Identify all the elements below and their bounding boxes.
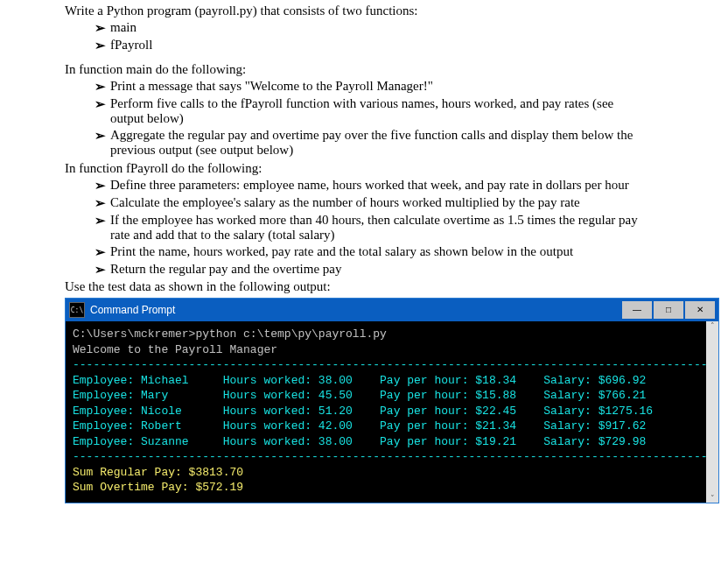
minimize-button[interactable]: — [622, 301, 652, 319]
triangle-bullet-icon: ➢ [94, 38, 110, 53]
divider-line: ----------------------------------------… [73, 357, 711, 373]
close-button[interactable]: ✕ [685, 301, 715, 319]
list-item: ➢Print a message that says "Welcome to t… [94, 79, 648, 95]
scroll-up-icon[interactable]: ˄ [710, 321, 715, 330]
list-item: ➢Return the regular pay and the overtime… [94, 262, 648, 278]
list-item: ➢Print the name, hours worked, pay rate … [94, 244, 648, 260]
welcome-line: Welcome to the Payroll Manager [73, 342, 711, 358]
maximize-icon: □ [666, 306, 671, 314]
employee-table: Employee: Michael Hours worked: 38.00 Pa… [73, 373, 711, 450]
list-item: ➢Aggregate the regular pay and overtime … [94, 128, 648, 158]
cmd-icon: C:\ [69, 302, 85, 318]
minimize-icon: — [633, 306, 641, 314]
triangle-bullet-icon: ➢ [94, 195, 110, 211]
list-item: ➢Define three parameters: employee name,… [94, 178, 648, 194]
terminal-body[interactable]: C:\Users\mckremer>python c:\temp\py\payr… [66, 321, 718, 503]
intro-bullets: ➢main ➢fPayroll [94, 20, 648, 53]
list-item: ➢If the employee has worked more than 40… [94, 213, 648, 243]
close-icon: ✕ [696, 306, 704, 314]
table-row: Employee: Robert Hours worked: 42.00 Pay… [73, 419, 711, 434]
triangle-bullet-icon: ➢ [94, 79, 110, 95]
fpayroll-section-heading: In function fPayroll do the following: [65, 161, 648, 176]
window-titlebar: C:\ Command Prompt — □ ✕ [66, 299, 718, 321]
main-section-heading: In function main do the following: [65, 62, 648, 77]
scrollbar[interactable]: ˄ ˅ [706, 321, 718, 503]
sum-regular-line: Sum Regular Pay: $3813.70 [73, 465, 711, 481]
window-title: Command Prompt [90, 304, 622, 316]
fpayroll-bullets: ➢Define three parameters: employee name,… [94, 178, 648, 278]
triangle-bullet-icon: ➢ [94, 178, 110, 194]
triangle-bullet-icon: ➢ [94, 213, 110, 229]
list-item: ➢Perform five calls to the fPayroll func… [94, 96, 648, 126]
testdata-line: Use the test data as shown in the follow… [65, 279, 648, 294]
table-row: Employee: Nicole Hours worked: 51.20 Pay… [73, 404, 711, 419]
table-row: Employee: Mary Hours worked: 45.50 Pay p… [73, 388, 711, 404]
list-item: ➢main [94, 20, 648, 36]
divider-line: ----------------------------------------… [73, 449, 711, 465]
triangle-bullet-icon: ➢ [94, 244, 110, 260]
intro-text: Write a Python program (payroll.py) that… [65, 4, 648, 18]
command-prompt-window: C:\ Command Prompt — □ ✕ C:\Users\mckrem… [65, 298, 719, 503]
scroll-down-icon[interactable]: ˅ [710, 494, 715, 503]
table-row: Employee: Suzanne Hours worked: 38.00 Pa… [73, 434, 711, 450]
prompt-line: C:\Users\mckremer>python c:\temp\py\payr… [73, 327, 711, 342]
triangle-bullet-icon: ➢ [94, 262, 110, 278]
list-item: ➢Calculate the employee's salary as the … [94, 195, 648, 211]
table-row: Employee: Michael Hours worked: 38.00 Pa… [73, 373, 711, 389]
maximize-button[interactable]: □ [654, 301, 683, 319]
sum-overtime-line: Sum Overtime Pay: $572.19 [73, 480, 711, 496]
triangle-bullet-icon: ➢ [94, 20, 110, 36]
main-bullets: ➢Print a message that says "Welcome to t… [94, 79, 648, 158]
triangle-bullet-icon: ➢ [94, 128, 110, 144]
triangle-bullet-icon: ➢ [94, 96, 110, 112]
list-item: ➢fPayroll [94, 38, 648, 53]
